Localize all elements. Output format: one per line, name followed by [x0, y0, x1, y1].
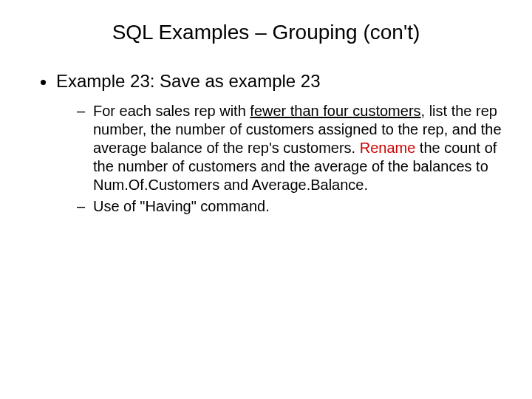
- bullet-list-level1: Example 23: Save as example 23 For each …: [30, 71, 502, 216]
- sub-bullet-2: Use of "Having" command.: [77, 197, 502, 216]
- sub-bullet-1: For each sales rep with fewer than four …: [77, 102, 502, 194]
- slide-title: SQL Examples – Grouping (con't): [30, 21, 502, 44]
- slide: SQL Examples – Grouping (con't) Example …: [0, 0, 532, 399]
- sub1-part-a: For each sales rep with: [93, 103, 250, 119]
- bullet-item-1: Example 23: Save as example 23 For each …: [56, 71, 502, 216]
- sub1-red: Rename: [360, 140, 416, 156]
- sub2-text: Use of "Having" command.: [93, 198, 270, 214]
- sub1-underlined: fewer than four customers: [250, 103, 420, 119]
- bullet-item-1-text: Example 23: Save as example 23: [56, 71, 321, 91]
- bullet-list-level2: For each sales rep with fewer than four …: [56, 102, 502, 216]
